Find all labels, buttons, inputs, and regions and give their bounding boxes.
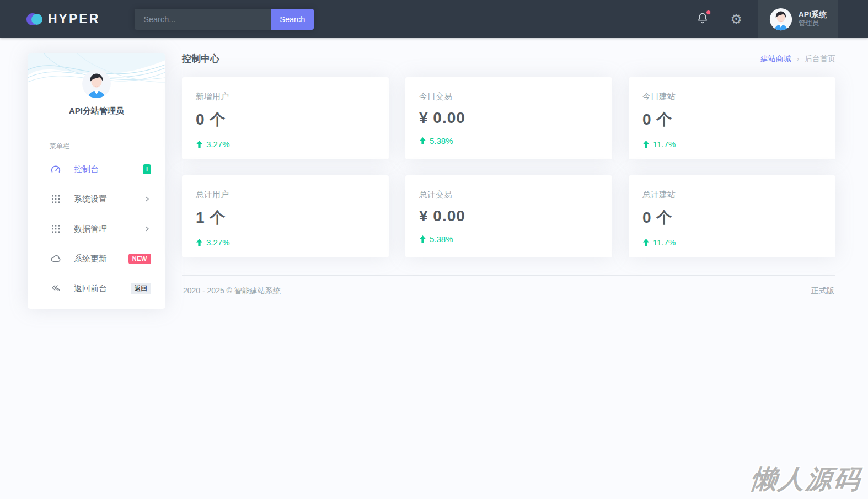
page-title: 控制中心 — [182, 52, 219, 65]
grid-icon — [50, 194, 62, 204]
stat-title: 总计交易 — [419, 190, 598, 200]
up-arrow-icon — [419, 235, 426, 243]
sidebar-menu: 控制台 i 系统设置 — [28, 154, 165, 303]
stat-value: 0 个 — [642, 109, 822, 130]
main-content: 控制中心 建站商城 › 后台首页 新增用户 0 个 3.27% 今日交易 ¥ 0… — [182, 38, 835, 296]
gear-icon: ⚙ — [730, 12, 742, 26]
up-arrow-icon — [196, 239, 203, 246]
footer-copyright: 2020 - 2025 © 智能建站系统 — [183, 286, 281, 296]
stat-value: 1 个 — [196, 207, 375, 228]
sidebar-item-data-management[interactable]: 数据管理 — [28, 214, 165, 244]
sidebar-item-system-settings[interactable]: 系统设置 — [28, 184, 165, 214]
sidebar-item-label: 控制台 — [74, 164, 99, 175]
menu-section-label: 菜单栏 — [50, 142, 165, 151]
user-name: API系统 — [799, 10, 827, 20]
stat-title: 今日交易 — [419, 92, 598, 102]
stat-card-today-sites: 今日建站 0 个 11.7% — [629, 77, 835, 159]
sidebar-item-dashboard[interactable]: 控制台 i — [28, 154, 165, 184]
return-badge: 返回 — [131, 283, 151, 294]
stat-title: 总计用户 — [196, 190, 375, 200]
stat-change-value: 5.38% — [430, 136, 453, 146]
up-arrow-icon — [196, 141, 203, 148]
stat-change-value: 11.7% — [653, 139, 676, 149]
sidebar-card: API分站管理员 菜单栏 控制台 i — [28, 53, 165, 309]
search-group: Search — [135, 9, 314, 30]
stat-card-total-sites: 总计建站 0 个 11.7% — [629, 175, 835, 257]
stat-value: 0 个 — [196, 109, 375, 130]
notifications-button[interactable] — [693, 8, 712, 30]
up-arrow-icon — [419, 137, 426, 144]
hyper-logo[interactable]: HYPER — [26, 12, 100, 26]
up-arrow-icon — [642, 141, 650, 148]
grid-icon — [50, 224, 62, 234]
stat-change-value: 3.27% — [206, 139, 230, 149]
logo-icon — [26, 13, 43, 26]
chevron-right-icon — [143, 225, 151, 233]
user-avatar — [769, 8, 792, 31]
stat-title: 新增用户 — [196, 92, 375, 102]
sidebar-profile: API分站管理员 — [28, 53, 165, 116]
notification-dot — [706, 10, 711, 15]
stat-change-value: 11.7% — [653, 238, 676, 247]
stat-card-new-users: 新增用户 0 个 3.27% — [182, 77, 389, 159]
user-role: 管理员 — [799, 19, 827, 28]
stat-change-value: 3.27% — [206, 238, 230, 247]
stat-title: 总计建站 — [642, 190, 822, 200]
sidebar-item-system-update[interactable]: 系统更新 NEW — [28, 244, 165, 273]
profile-avatar — [82, 69, 111, 99]
stat-value: 0 个 — [642, 207, 822, 228]
stat-card-today-trades: 今日交易 ¥ 0.00 5.38% — [405, 77, 612, 159]
breadcrumb-link[interactable]: 建站商城 — [760, 54, 791, 64]
user-menu[interactable]: API系统 管理员 — [758, 0, 838, 38]
profile-name: API分站管理员 — [28, 106, 165, 116]
site-watermark: 懒人源码 — [749, 462, 864, 497]
footer-version: 正式版 — [811, 286, 834, 296]
topbar: HYPER Search ⚙ API系统 管理员 — [0, 0, 868, 38]
chevron-right-icon — [143, 195, 151, 203]
info-badge: i — [143, 164, 151, 174]
search-button[interactable]: Search — [271, 9, 314, 30]
stat-card-total-trades: 总计交易 ¥ 0.00 5.38% — [405, 175, 612, 257]
sidebar-item-label: 数据管理 — [74, 224, 107, 234]
stat-value: ¥ 0.00 — [419, 207, 598, 225]
dashboard-icon — [50, 164, 62, 175]
stat-value: ¥ 0.00 — [419, 109, 598, 127]
footer: 2020 - 2025 © 智能建站系统 正式版 — [182, 276, 835, 296]
up-arrow-icon — [642, 239, 650, 246]
search-input[interactable] — [135, 9, 271, 30]
settings-button[interactable]: ⚙ — [727, 9, 746, 29]
cloud-icon — [50, 253, 62, 264]
reply-icon — [50, 283, 62, 294]
breadcrumb-current: 后台首页 — [805, 54, 835, 64]
breadcrumb-separator-icon: › — [797, 55, 799, 63]
stat-change-value: 5.38% — [430, 234, 453, 244]
stat-title: 今日建站 — [642, 92, 822, 102]
breadcrumb: 建站商城 › 后台首页 — [760, 54, 835, 64]
stats-grid: 新增用户 0 个 3.27% 今日交易 ¥ 0.00 5.38% 今日建站 0 … — [182, 77, 835, 257]
logo-text: HYPER — [48, 12, 100, 26]
sidebar-item-label: 返回前台 — [74, 283, 107, 294]
sidebar-item-back-to-front[interactable]: 返回前台 返回 — [28, 273, 165, 303]
stat-card-total-users: 总计用户 1 个 3.27% — [182, 175, 389, 257]
sidebar-item-label: 系统设置 — [74, 194, 107, 205]
sidebar-item-label: 系统更新 — [74, 254, 107, 264]
new-badge: NEW — [128, 254, 151, 264]
